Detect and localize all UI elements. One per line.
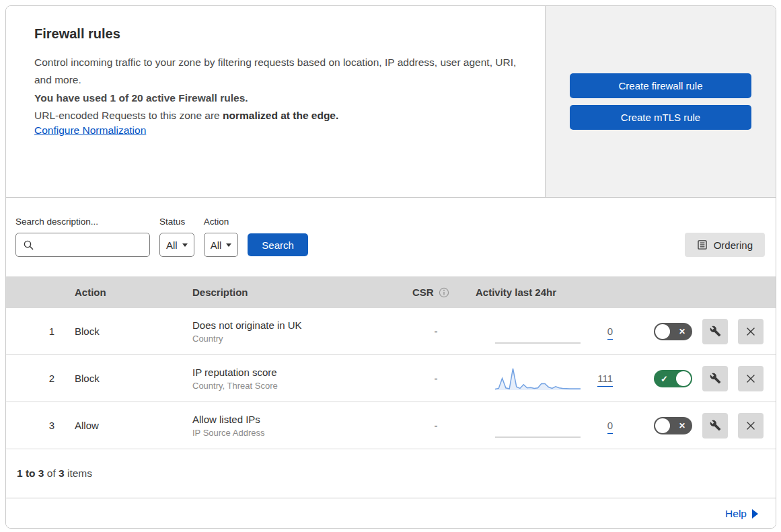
rule-criteria: Country	[192, 334, 404, 344]
search-input[interactable]	[38, 233, 145, 256]
search-button[interactable]: Search	[248, 233, 308, 256]
rule-criteria: IP Source Address	[192, 428, 404, 438]
header-text-area: Firewall rules Control incoming traffic …	[6, 6, 545, 197]
edit-rule-button[interactable]	[702, 366, 728, 391]
rule-action: Block	[67, 326, 184, 337]
chevron-down-icon	[182, 243, 188, 247]
activity-sparkline	[495, 365, 581, 392]
toggle-knob	[676, 371, 691, 386]
edit-rule-button[interactable]	[702, 413, 728, 439]
delete-rule-button[interactable]	[738, 366, 764, 391]
items-count: 1 to 3 of 3 items	[6, 449, 776, 498]
activity-count-link[interactable]: 0	[607, 420, 613, 434]
rule-enabled-toggle[interactable]: ✓ ✕	[654, 323, 692, 340]
info-icon	[439, 287, 449, 298]
wrench-icon	[710, 420, 721, 431]
delete-rule-button[interactable]	[738, 319, 764, 344]
status-filter-group: Status All	[159, 217, 194, 257]
rule-index: 2	[49, 373, 67, 384]
header-actions-panel: Create firewall rule Create mTLS rule	[545, 6, 776, 197]
rule-description: Does not originate in UK	[192, 319, 404, 331]
help-link[interactable]: Help	[725, 508, 758, 520]
close-icon	[745, 420, 756, 431]
help-link-label: Help	[725, 508, 747, 520]
create-mtls-rule-button[interactable]: Create mTLS rule	[570, 105, 751, 130]
column-header-action: Action	[67, 287, 184, 298]
firewall-rules-card: Firewall rules Control incoming traffic …	[5, 5, 776, 529]
column-header-activity: Activity last 24hr	[468, 287, 616, 298]
items-range: 1 to 3	[17, 467, 44, 480]
search-group: Search description...	[15, 217, 150, 257]
rule-csr-value: -	[404, 373, 468, 384]
rule-enabled-toggle[interactable]: ✓ ✕	[654, 417, 692, 434]
activity-sparkline	[495, 412, 581, 439]
toggle-knob	[655, 418, 670, 433]
activity-count-link[interactable]: 0	[607, 326, 613, 340]
items-total: 3	[59, 467, 65, 480]
ordering-button[interactable]: Ordering	[685, 233, 765, 257]
table-row: 2 Block IP reputation score Country, Thr…	[6, 355, 776, 402]
status-dropdown[interactable]: All	[159, 233, 194, 257]
usage-summary: You have used 1 of 20 active Firewall ru…	[34, 89, 517, 107]
column-header-description: Description	[184, 287, 404, 298]
rule-csr-value: -	[404, 326, 468, 337]
rule-action: Block	[67, 373, 184, 384]
wrench-icon	[710, 326, 721, 337]
close-icon	[745, 326, 756, 337]
activity-sparkline	[495, 318, 581, 345]
status-dropdown-value: All	[166, 239, 178, 251]
search-icon	[23, 239, 34, 251]
page-title: Firewall rules	[34, 26, 517, 42]
action-filter-group: Action All	[204, 217, 239, 257]
filter-bar: Search description... Status All Action …	[6, 198, 776, 276]
rule-index: 3	[49, 420, 67, 431]
rule-enabled-toggle[interactable]: ✓ ✕	[654, 370, 692, 387]
rule-csr-value: -	[404, 420, 468, 431]
rule-index: 1	[49, 326, 67, 337]
create-firewall-rule-button[interactable]: Create firewall rule	[570, 73, 751, 98]
help-footer: Help	[6, 498, 776, 529]
close-icon	[745, 373, 756, 384]
toggle-knob	[655, 324, 670, 339]
edit-rule-button[interactable]	[702, 319, 728, 344]
configure-normalization-link[interactable]: Configure Normalization	[34, 124, 146, 136]
normalization-note: URL-encoded Requests to this zone are no…	[34, 107, 517, 124]
chevron-down-icon	[226, 243, 231, 247]
action-dropdown-value: All	[211, 239, 222, 251]
rule-action: Allow	[67, 420, 184, 431]
search-box	[15, 233, 150, 257]
search-label: Search description...	[15, 217, 150, 227]
rule-description: IP reputation score	[192, 367, 404, 378]
header-section: Firewall rules Control incoming traffic …	[6, 6, 776, 198]
x-icon: ✕	[679, 327, 685, 336]
action-label: Action	[204, 217, 239, 227]
table-body: 1 Block Does not originate in UK Country…	[6, 308, 776, 449]
ordering-button-label: Ordering	[714, 239, 753, 251]
page-description: Control incoming traffic to your zone by…	[34, 54, 517, 89]
table-header: Action Description CSR Activity last 24h…	[6, 276, 776, 308]
wrench-icon	[710, 373, 721, 384]
status-label: Status	[159, 217, 194, 227]
rule-description: Allow listed IPs	[192, 414, 404, 425]
column-header-csr: CSR	[404, 287, 468, 298]
table-row: 3 Allow Allow listed IPs IP Source Addre…	[6, 402, 776, 449]
check-icon: ✓	[661, 373, 668, 383]
rule-criteria: Country, Threat Score	[192, 381, 404, 391]
arrow-right-icon	[752, 509, 758, 519]
table-row: 1 Block Does not originate in UK Country…	[6, 308, 776, 355]
ordering-list-icon	[697, 239, 708, 250]
x-icon: ✕	[679, 421, 685, 430]
delete-rule-button[interactable]	[738, 413, 764, 439]
action-dropdown[interactable]: All	[204, 233, 239, 257]
activity-count-link[interactable]: 111	[597, 373, 613, 387]
